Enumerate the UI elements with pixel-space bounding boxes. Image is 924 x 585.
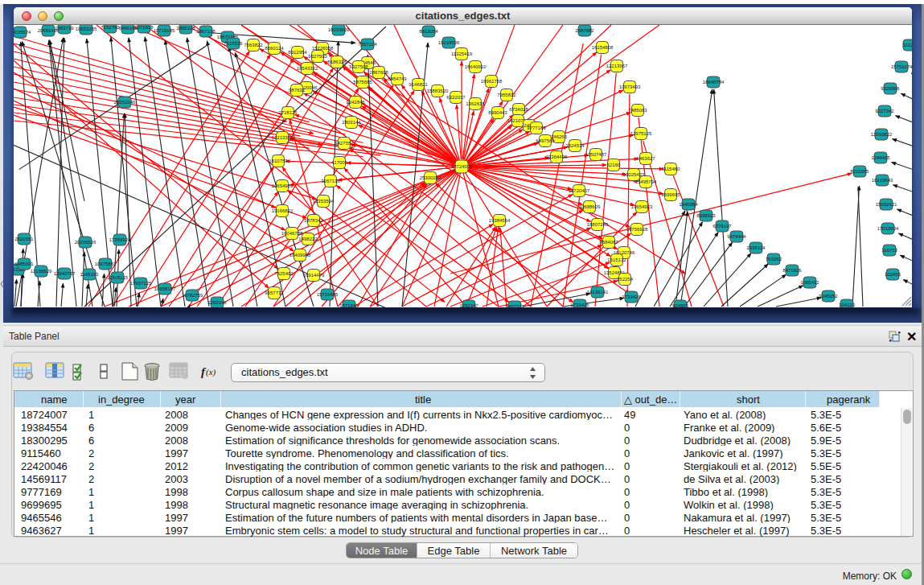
svg-text:16154808: 16154808 [592, 45, 614, 50]
svg-text:1244415: 1244415 [871, 155, 890, 160]
svg-text:16543362: 16543362 [297, 66, 318, 71]
svg-text:5875685: 5875685 [353, 80, 372, 84]
svg-text:17957225: 17957225 [130, 281, 152, 286]
svg-text:16409948: 16409948 [290, 253, 311, 257]
svg-text:1640954: 1640954 [679, 202, 698, 207]
svg-text:8990443: 8990443 [488, 110, 507, 115]
svg-text:12505115: 12505115 [107, 275, 129, 280]
svg-text:16648784: 16648784 [703, 80, 725, 84]
svg-text:7485063: 7485063 [628, 108, 647, 113]
svg-text:19654923: 19654923 [631, 204, 653, 209]
svg-text:16914479: 16914479 [303, 273, 325, 278]
svg-text:9463627: 9463627 [636, 156, 655, 161]
svg-text:7955812: 7955812 [497, 93, 516, 97]
svg-text:1145193: 1145193 [80, 272, 100, 277]
svg-text:3624534: 3624534 [565, 143, 585, 148]
svg-text:6497568: 6497568 [536, 138, 555, 143]
svg-text:9657771: 9657771 [505, 304, 524, 307]
svg-text:15751074: 15751074 [891, 64, 912, 69]
svg-text:3267130: 3267130 [321, 179, 340, 183]
svg-text:2803144: 2803144 [342, 120, 361, 125]
svg-text:14035574: 14035574 [14, 30, 31, 35]
svg-text:5878342: 5878342 [304, 218, 323, 223]
svg-text:252254: 252254 [617, 277, 634, 282]
svg-text:6734028: 6734028 [509, 107, 528, 112]
svg-text:1867138: 1867138 [196, 29, 216, 34]
svg-text:10975867: 10975867 [95, 262, 117, 266]
svg-text:924505: 924505 [672, 303, 689, 307]
svg-text:15716485: 15716485 [317, 292, 339, 297]
svg-text:12213967: 12213967 [606, 64, 628, 68]
svg-text:9777169: 9777169 [527, 126, 546, 130]
svg-text:12353594: 12353594 [313, 199, 335, 204]
svg-text:1065412: 1065412 [800, 280, 819, 285]
svg-text:8912954: 8912954 [288, 50, 307, 55]
svg-text:9699695: 9699695 [661, 192, 680, 197]
svg-text:16782759: 16782759 [182, 293, 203, 298]
svg-text:1498222: 1498222 [298, 237, 318, 241]
svg-text:2718126: 2718126 [278, 110, 298, 115]
svg-text:15692921: 15692921 [876, 202, 897, 207]
svg-text:2935114: 2935114 [747, 245, 766, 250]
svg-text:10958187: 10958187 [154, 286, 176, 291]
svg-text:10719185: 10719185 [154, 28, 175, 33]
svg-text:18724007: 18724007 [451, 164, 473, 169]
svg-text:12975125: 12975125 [630, 131, 652, 136]
svg-text:1733426: 1733426 [570, 303, 589, 307]
svg-text:16046788: 16046788 [281, 231, 303, 236]
svg-text:9329966: 9329966 [881, 86, 900, 91]
svg-text:1292347: 1292347 [459, 303, 478, 307]
svg-text:14136141: 14136141 [587, 290, 609, 295]
svg-text:11121: 11121 [903, 43, 912, 47]
svg-text:12093822: 12093822 [871, 132, 893, 137]
svg-text:6322037: 6322037 [446, 95, 466, 100]
svg-text:15883520: 15883520 [427, 89, 449, 93]
svg-text:1963719: 1963719 [55, 26, 74, 31]
svg-text:7663822: 7663822 [244, 43, 263, 47]
svg-text:8471626: 8471626 [782, 268, 802, 273]
svg-text:10688609: 10688609 [579, 204, 601, 209]
svg-text:10654983: 10654983 [272, 183, 294, 188]
svg-text:19384554: 19384554 [489, 218, 511, 223]
svg-text:1362615: 1362615 [466, 101, 485, 106]
svg-text:6379197: 6379197 [713, 224, 732, 229]
svg-text:2620651: 2620651 [14, 237, 34, 241]
svg-text:8813054: 8813054 [419, 29, 438, 34]
svg-text:18807249: 18807249 [587, 222, 609, 227]
svg-text:7515536: 7515536 [224, 41, 243, 46]
svg-text:1485001: 1485001 [14, 262, 34, 266]
svg-text:17010504: 17010504 [877, 226, 899, 231]
svg-text:763262: 763262 [766, 257, 782, 262]
svg-text:1071918: 1071918 [134, 25, 154, 30]
svg-text:1292346: 1292346 [207, 300, 227, 305]
svg-text:9427552: 9427552 [335, 141, 354, 146]
svg-text:8938923: 8938923 [696, 213, 716, 218]
svg-text:9242845: 9242845 [346, 100, 365, 105]
svg-text:987631: 987631 [289, 88, 306, 93]
svg-text:17359924: 17359924 [109, 237, 131, 242]
svg-text:7625402: 7625402 [274, 271, 294, 276]
svg-text:1610753: 1610753 [269, 159, 288, 163]
svg-text:9684067: 9684067 [599, 240, 618, 245]
svg-text:10653265: 10653265 [76, 27, 97, 31]
svg-text:19756928: 19756928 [626, 227, 648, 232]
svg-text:20206526: 20206526 [75, 240, 97, 245]
svg-text:16033809: 16033809 [328, 27, 350, 32]
svg-text:25300293: 25300293 [420, 175, 441, 180]
svg-text:104120: 104120 [839, 303, 856, 307]
svg-text:9115460: 9115460 [662, 167, 681, 171]
svg-text:9245052: 9245052 [819, 294, 838, 299]
svg-text:16640910: 16640910 [465, 64, 487, 69]
svg-text:8454749: 8454749 [388, 76, 407, 81]
svg-text:8660124: 8660124 [265, 46, 284, 51]
svg-text:2687682: 2687682 [575, 28, 594, 33]
svg-text:1615132: 1615132 [607, 257, 626, 262]
svg-text:19218506: 19218506 [438, 40, 460, 45]
svg-text:9474444: 9474444 [727, 234, 746, 239]
svg-text:20053346: 20053346 [114, 100, 136, 105]
svg-text:9657771: 9657771 [265, 290, 284, 295]
svg-text:102455: 102455 [885, 272, 901, 277]
svg-text:15495794: 15495794 [635, 179, 657, 184]
svg-text:15720407: 15720407 [569, 188, 590, 193]
svg-text:16961758: 16961758 [481, 79, 503, 84]
